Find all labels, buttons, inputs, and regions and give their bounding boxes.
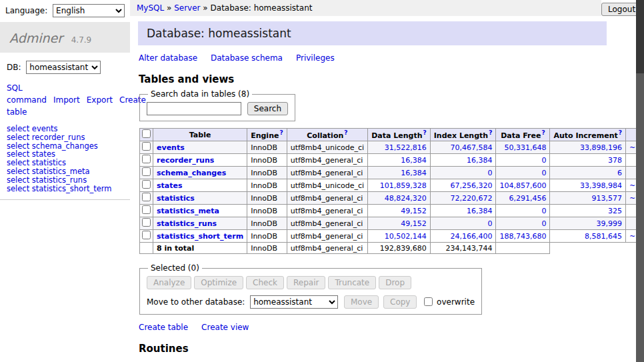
data-free-link[interactable]: 104,857,600 [499,181,546,190]
auto-increment-link[interactable]: 33,398,984 [580,181,622,190]
move-button[interactable]: Move [344,295,379,309]
breadcrumb-separator: » [164,3,174,13]
alter-database-link[interactable]: Alter database [139,53,197,63]
data-length-link[interactable]: 49,152 [401,207,427,215]
index-length-link[interactable]: 16,384 [467,156,493,165]
row-checkbox[interactable] [142,231,151,239]
table-row: recorder_runsInnoDButf8mb4_general_ci16,… [140,154,644,167]
auto-increment-link[interactable]: 913,577 [591,194,622,203]
scrollbar-thumb[interactable] [636,0,644,73]
database-schema-link[interactable]: Database schema [211,53,283,63]
select-statistics-runs-link[interactable]: select statistics_runs [7,176,123,185]
truncate-button[interactable]: Truncate [328,276,376,289]
row-checkbox[interactable] [142,155,151,163]
export-link[interactable]: Export [87,95,113,105]
index-length-link[interactable]: 67,256,320 [450,181,492,190]
data-length-link[interactable]: 16,384 [401,156,427,165]
column-header-data-free: Data Free? [496,129,550,141]
optimize-button[interactable]: Optimize [194,276,243,289]
auto-increment-link[interactable]: 39,999 [596,219,622,228]
auto-increment-link[interactable]: 8,581,645 [585,232,622,241]
data-free-link[interactable]: 6,291,456 [509,194,546,203]
column-label-collation: Collation [307,131,343,140]
create-table-link[interactable]: Create table [139,323,188,332]
column-help-link[interactable]: ? [279,129,283,136]
row-checkbox[interactable] [142,167,151,176]
row-checkbox[interactable] [142,218,151,227]
data-free-link[interactable]: 188,743,680 [499,232,546,241]
data-free-link[interactable]: 0 [541,207,546,215]
column-help-link[interactable]: ? [423,129,426,136]
row-checkbox[interactable] [142,180,151,189]
data-length-cell: 49,152 [368,217,431,230]
analyze-button[interactable]: Analyze [147,276,191,289]
privileges-link[interactable]: Privileges [296,53,335,63]
table-name-link[interactable]: schema_changes [157,169,226,177]
data-length-link[interactable]: 16,384 [401,169,427,177]
select-statistics-short-term-link[interactable]: select statistics_short_term [7,185,123,193]
scrollbar[interactable] [636,0,644,362]
index-length-link[interactable]: 0 [487,169,492,177]
index-length-cell: 16,384 [430,205,496,217]
select-statistics-meta-link[interactable]: select statistics_meta [7,167,123,176]
engine-cell: InnoDB [247,141,287,154]
auto-increment-link[interactable]: 6 [617,169,622,177]
select-events-link[interactable]: select events [7,125,123,133]
check-button[interactable]: Check [246,276,284,289]
import-link[interactable]: Import [53,95,80,105]
index-length-cell: 16,384 [430,154,496,167]
total-engine-cell: InnoDB [247,243,287,254]
search-input[interactable] [147,102,241,115]
search-button[interactable]: Search [247,102,288,115]
auto-increment-link[interactable]: 33,898,196 [580,143,622,152]
data-length-link[interactable]: 31,522,816 [385,143,427,152]
column-help-link[interactable]: ? [489,129,492,136]
row-checkbox[interactable] [142,205,151,214]
table-name-link[interactable]: statistics_runs [157,219,217,228]
select-recorder-runs-link[interactable]: select recorder_runs [7,133,123,142]
data-free-link[interactable]: 0 [541,156,546,165]
data-free-link[interactable]: 0 [541,169,546,177]
table-name-link[interactable]: events [157,143,185,152]
table-name-link[interactable]: recorder_runs [157,156,214,165]
table-name-link[interactable]: statistics [157,194,195,203]
collation-cell: utf8mb4_unicode_ci [287,179,367,192]
index-length-cell: 72,220,672 [430,192,496,205]
auto-increment-link[interactable]: 378 [608,156,622,165]
row-checkbox[interactable] [142,193,151,201]
table-name-link[interactable]: statistics_meta [157,207,219,215]
sql-command-link[interactable]: SQL command [7,83,47,105]
move-db-select[interactable]: homeassistant [250,295,338,309]
column-help-link[interactable]: ? [619,129,622,136]
language-select[interactable]: English [53,4,125,17]
index-length-link[interactable]: 70,467,584 [450,143,492,152]
db-select[interactable]: homeassistant [26,61,101,74]
index-length-link[interactable]: 72,220,672 [450,194,492,203]
select-all-checkbox[interactable] [142,129,151,138]
data-length-link[interactable]: 10,502,144 [385,232,427,241]
breadcrumb-link-mysql[interactable]: MySQL [137,3,164,13]
data-free-link[interactable]: 0 [541,219,546,228]
index-length-link[interactable]: 16,384 [467,207,493,215]
repair-button[interactable]: Repair [287,276,325,289]
data-length-link[interactable]: 49,152 [401,219,427,228]
tables-heading: Tables and views [139,73,644,85]
auto-increment-cell: 913,577 [550,192,626,205]
drop-button[interactable]: Drop [379,276,411,289]
copy-button[interactable]: Copy [383,295,417,309]
data-free-link[interactable]: 50,331,648 [504,143,546,152]
breadcrumb-link-server[interactable]: Server [174,3,200,13]
data-length-link[interactable]: 101,859,328 [380,181,427,190]
auto-increment-link[interactable]: 325 [608,207,622,215]
row-checkbox[interactable] [142,142,151,151]
column-help-link[interactable]: ? [541,129,545,136]
index-length-link[interactable]: 0 [487,219,492,228]
create-view-link[interactable]: Create view [201,323,249,332]
table-name-link[interactable]: states [157,181,183,190]
column-help-link[interactable]: ? [344,129,347,136]
index-length-link[interactable]: 24,166,400 [450,232,492,241]
auto-increment-cell: 325 [550,205,626,217]
table-name-link[interactable]: statistics_short_term [157,232,243,241]
overwrite-checkbox[interactable] [424,297,433,306]
data-length-link[interactable]: 48,824,320 [385,194,427,203]
